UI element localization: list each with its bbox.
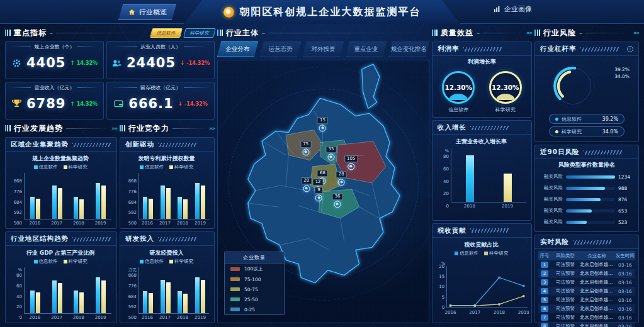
district-map[interactable]: 15753510568282012936 企业数量 100以上75-10050-…: [217, 60, 429, 323]
card-leverage: 行业杠杆率 i 39.2%34.0% 信息软件39.2%科学研究34.0%: [534, 42, 639, 142]
gauge-ring: 12.30%: [442, 71, 475, 104]
y-axis-ticks: 806040200: [443, 155, 449, 209]
bar-group: [90, 173, 112, 219]
map-marker[interactable]: 36: [332, 193, 342, 208]
metric-tag-1[interactable]: 科学研究: [183, 28, 216, 38]
metric-delta: ↓ -14.32%: [178, 101, 208, 107]
seq-badge: 5: [541, 297, 548, 303]
seq-badge: 4: [541, 288, 548, 294]
expand-arrows-icon[interactable]: [633, 30, 639, 36]
title-line: [483, 33, 523, 33]
x-tick-label: 2018: [451, 202, 489, 209]
svg-text:5: 5: [442, 294, 445, 299]
gauge-value: 12.30%: [492, 84, 519, 91]
y-tick-label: 592: [128, 305, 137, 309]
card-profit-rate: 利润率 利润增长率 12.30%信息软件12.30%科学研究: [432, 42, 532, 118]
panel-risk: 行业风险 – 行业杠杆率 i 39.2%34.0% 信息软件39.2%科学研究3…: [534, 26, 639, 323]
y-tick-label: 20: [443, 192, 449, 196]
tab-0[interactable]: 企业分布: [217, 42, 258, 57]
bar-group: [174, 267, 192, 313]
y-tick-label: 20: [16, 305, 22, 309]
card-realtime-risk: 实时风险 序号风险类型企业名称发生时间1司法预警北京启创卓越科技有限公司03-1…: [534, 235, 639, 323]
map-marker[interactable]: 20: [301, 177, 312, 192]
bar-group: [191, 173, 209, 219]
legend-label: 科学研究: [489, 250, 508, 257]
risk-type-label: 融资风险: [540, 196, 563, 202]
tab-4[interactable]: 规企变化排名: [388, 42, 429, 57]
risk-type-cell: 司法预警: [552, 306, 579, 312]
card-income-growth: 收入增长 主营业务收入增长率%80604020020182019: [432, 120, 532, 221]
y-axis-ticks: 868776684592500: [128, 179, 137, 226]
hatch-decoration: [573, 240, 612, 245]
y-tick-label: 592: [128, 211, 137, 215]
card-subheader: 实时风险: [535, 235, 638, 249]
bar-group: [25, 267, 47, 313]
competitiveness-header: 行业竞争力: [120, 122, 215, 135]
bar: [101, 280, 106, 313]
map-marker[interactable]: 105: [344, 155, 358, 170]
x-tick-label: 2018: [68, 314, 90, 321]
tab-3[interactable]: 重点企业: [346, 42, 387, 57]
map-legend-items: 100以上75-10050-7525-500-25: [225, 263, 284, 314]
x-tick-label: 2019: [191, 314, 209, 321]
seq-badge: 6: [541, 306, 548, 312]
x-tick-label: 2018: [174, 219, 191, 226]
gauge-wave-icon: [496, 94, 515, 100]
metric-delta-value: 14.32%: [75, 60, 98, 66]
tax-line-chart-svg: %201510502016201720182019: [434, 257, 529, 322]
company-cell: 北京启创卓越科技有限公司: [580, 279, 614, 285]
location-pin-icon: [327, 153, 334, 160]
card-subheader: 利润率: [432, 42, 531, 56]
map-legend: 企业数量 100以上75-10050-7525-500-25: [224, 252, 285, 315]
tab-1[interactable]: 运营态势: [260, 42, 301, 57]
nav-enterprise-profile[interactable]: 企业画像: [493, 4, 532, 14]
key-metric-card: 营业收入（亿元）6789↑ 14.32%: [5, 82, 104, 120]
bar-track: [566, 198, 615, 201]
legend-range-label: 0-25: [244, 307, 255, 313]
table-header-row: 序号风险类型企业名称发生时间: [538, 251, 635, 260]
title-zone: 朝阳区科创规上企业大数据监测平台: [184, 0, 461, 24]
seq-cell: 5: [538, 297, 551, 303]
quality-title: 质量效益: [441, 28, 473, 38]
metric-delta: ↑ 14.32%: [70, 101, 98, 107]
card-subtitle: 税收贡献: [438, 226, 466, 235]
wallet-icon: [113, 98, 124, 109]
map-marker[interactable]: 15: [317, 117, 328, 131]
hatch-decoration: [470, 228, 509, 233]
metric-delta-value: -14.32%: [185, 60, 210, 66]
marker-value-badge: 12: [313, 179, 324, 186]
x-axis-labels: 2016201720182019: [138, 219, 209, 226]
gauge-label: 信息软件: [442, 106, 475, 113]
left-column: 重点指标 – 信息软件科学研究 规上企业数（个）4405↑ 14.32%从业人员…: [5, 26, 215, 323]
map-marker[interactable]: 28: [336, 171, 347, 186]
tab-2[interactable]: 对外投资: [303, 42, 344, 57]
chart-plot-wrap: 20182019: [451, 148, 526, 209]
card-subtitle: 近90日风险: [540, 148, 580, 157]
table-row: 1司法预警北京启创卓越科技有限公司03-16: [538, 260, 635, 269]
x-tick-label: 2019: [89, 219, 111, 226]
info-icon[interactable]: i: [627, 46, 633, 52]
expand-arrows-icon[interactable]: [526, 30, 532, 36]
legend-item: 信息软件: [34, 258, 58, 265]
company-cell: 北京启创卓越科技有限公司: [580, 270, 614, 277]
nav-industry-overview[interactable]: 行业概览: [118, 4, 176, 20]
risk-header: 行业风险 –: [534, 26, 639, 39]
industry-body-tabs: 企业分布运营态势对外投资重点企业规企变化排名: [217, 42, 429, 57]
table-row: 7司法预警北京启创卓越科技有限公司03-16: [538, 313, 635, 322]
expand-arrows-icon[interactable]: [111, 125, 117, 131]
card-recent-risk: 近90日风险 风险类型事件数量排名 融资风险1234融资风险988融资风险876…: [534, 145, 639, 232]
bar: [96, 183, 100, 219]
gauge-label: 科学研究: [489, 106, 522, 113]
profit-gauge: 12.30%科学研究: [489, 71, 522, 113]
expand-arrows-icon[interactable]: [209, 125, 215, 131]
map-marker[interactable]: 75: [300, 141, 311, 155]
metric-tag-0[interactable]: 信息软件: [150, 28, 183, 38]
home-icon: [128, 8, 136, 16]
map-marker[interactable]: 9: [315, 187, 322, 201]
svg-text:2018: 2018: [494, 309, 506, 315]
app-logo-icon: [223, 7, 234, 18]
map-marker[interactable]: 35: [325, 146, 336, 160]
y-axis-ticks: 806040200: [16, 274, 22, 320]
chart-body: 8687766845925002016201720182019: [7, 171, 114, 226]
bar-group: [25, 173, 47, 219]
